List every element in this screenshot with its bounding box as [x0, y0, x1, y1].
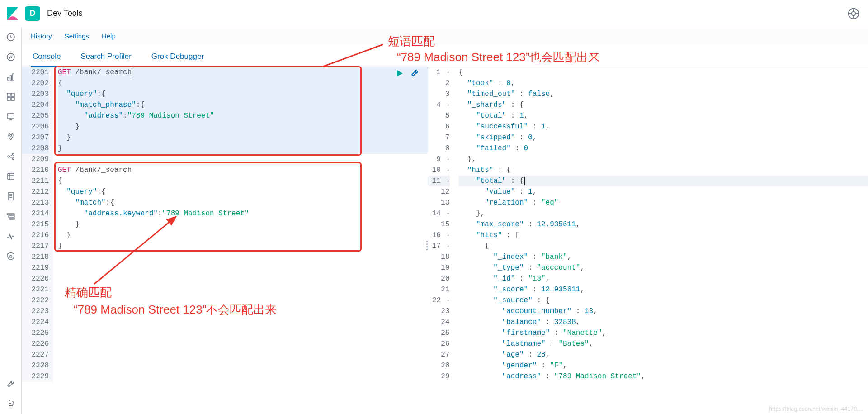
svg-rect-14 [11, 97, 14, 100]
code-line[interactable] [58, 284, 428, 295]
code-line[interactable]: "lastname" : "Bates", [459, 338, 868, 349]
code-line[interactable]: "address" : "789 Madison Street", [459, 371, 868, 382]
code-line[interactable] [58, 295, 428, 306]
code-line[interactable]: "_source" : { [459, 295, 868, 306]
collapse-icon[interactable] [5, 398, 16, 409]
code-line[interactable]: } [58, 219, 428, 230]
code-line[interactable]: "match":{ [58, 197, 428, 208]
code-line[interactable]: "account_number" : 13, [459, 306, 868, 317]
kibana-logo-icon[interactable] [5, 6, 20, 21]
code-line[interactable]: "_shards" : { [459, 100, 868, 110]
svg-rect-20 [8, 173, 14, 180]
devtools-icon[interactable] [5, 379, 16, 390]
svg-rect-21 [8, 193, 14, 200]
topbar: D Dev Tools [0, 0, 868, 27]
code-line[interactable]: "match_phrase":{ [58, 100, 428, 110]
link-help[interactable]: Help [102, 32, 116, 40]
send-request-icon[interactable] [395, 69, 404, 78]
code-line[interactable]: { [58, 78, 428, 89]
tab-console[interactable]: Console [31, 52, 62, 67]
svg-rect-12 [11, 93, 14, 96]
code-line[interactable]: }, [459, 154, 868, 165]
help-lifebuoy-icon[interactable] [847, 7, 860, 20]
code-line[interactable]: "took" : 0, [459, 78, 868, 89]
page-title: Dev Tools [47, 9, 83, 18]
code-line[interactable] [58, 154, 428, 165]
code-line[interactable]: "skipped" : 0, [459, 132, 868, 143]
svg-rect-9 [10, 76, 11, 80]
code-line[interactable] [58, 273, 428, 284]
code-line[interactable]: "failed" : 0 [459, 143, 868, 154]
app-icon[interactable]: D [25, 6, 40, 21]
code-line[interactable] [58, 338, 428, 349]
code-line[interactable]: "timed_out" : false, [459, 89, 868, 100]
code-line[interactable]: { [459, 67, 868, 78]
code-line[interactable]: "address":"789 Madison Street" [58, 110, 428, 121]
code-line[interactable]: "query":{ [58, 89, 428, 100]
code-line[interactable]: } [58, 241, 428, 252]
recent-icon[interactable] [5, 32, 16, 43]
code-line[interactable] [58, 252, 428, 262]
link-history[interactable]: History [31, 32, 52, 40]
visualize-icon[interactable] [5, 71, 16, 82]
svg-rect-11 [7, 93, 10, 96]
infrastructure-icon[interactable] [5, 171, 16, 182]
dashboard-icon[interactable] [5, 91, 16, 102]
code-line[interactable]: "total" : { [459, 176, 868, 186]
svg-rect-10 [13, 74, 14, 80]
code-line[interactable]: } [58, 132, 428, 143]
code-line[interactable]: "_type" : "acccount", [459, 262, 868, 273]
discover-icon[interactable] [5, 52, 16, 62]
code-line[interactable] [58, 349, 428, 360]
code-line[interactable]: "successful" : 1, [459, 121, 868, 132]
code-line[interactable]: "value" : 1, [459, 186, 868, 197]
code-line[interactable]: "_id" : "13", [459, 273, 868, 284]
uptime-icon[interactable] [5, 231, 16, 242]
code-line[interactable]: } [58, 230, 428, 241]
svg-rect-25 [10, 256, 12, 257]
code-line[interactable]: }, [459, 208, 868, 219]
code-line[interactable]: "gender" : "F", [459, 360, 868, 371]
code-line[interactable]: } [58, 143, 428, 154]
code-line[interactable] [58, 360, 428, 371]
code-line[interactable]: "age" : 28, [459, 349, 868, 360]
code-line[interactable]: "max_score" : 12.935611, [459, 219, 868, 230]
ml-icon[interactable] [5, 151, 16, 162]
code-line[interactable]: "address.keyword":"789 Madison Street" [58, 208, 428, 219]
code-line[interactable]: "_score" : 12.935611, [459, 284, 868, 295]
svg-point-18 [12, 153, 14, 155]
response-viewer[interactable]: 1 ▾234 ▾56789 ▾10 ▾11 ▾121314 ▾1516 ▾17 … [428, 67, 868, 414]
svg-rect-15 [8, 114, 14, 119]
code-line[interactable] [58, 306, 428, 317]
logs-icon[interactable] [5, 191, 16, 202]
request-options-icon[interactable] [410, 69, 420, 78]
code-line[interactable] [58, 317, 428, 328]
code-line[interactable]: "balance" : 32838, [459, 317, 868, 328]
code-line[interactable] [58, 262, 428, 273]
code-line[interactable]: "hits" : [ [459, 230, 868, 241]
code-line[interactable] [58, 371, 428, 382]
code-line[interactable]: GET /bank/_search [58, 67, 428, 78]
canvas-icon[interactable] [5, 111, 16, 122]
code-line[interactable] [58, 328, 428, 338]
code-line[interactable]: "query":{ [58, 186, 428, 197]
svg-point-7 [7, 53, 14, 61]
code-line[interactable]: "total" : 1, [459, 110, 868, 121]
tab-grok-debugger[interactable]: Grok Debugger [150, 52, 206, 67]
code-line[interactable]: } [58, 121, 428, 132]
request-editor[interactable]: 2201220222032204220522062207220822092210… [22, 67, 428, 414]
code-line[interactable]: "firstname" : "Nanette", [459, 328, 868, 338]
code-line[interactable]: "relation" : "eq" [459, 197, 868, 208]
link-settings[interactable]: Settings [65, 32, 89, 40]
apm-icon[interactable] [5, 211, 16, 222]
tab-search-profiler[interactable]: Search Profiler [79, 52, 133, 67]
siem-icon[interactable] [5, 251, 16, 262]
code-line[interactable]: "hits" : { [459, 165, 868, 176]
maps-icon[interactable] [5, 131, 16, 142]
code-line[interactable]: { [459, 241, 868, 252]
code-line[interactable]: { [58, 176, 428, 186]
svg-rect-23 [9, 216, 14, 217]
tabs: Console Search Profiler Grok Debugger [22, 45, 868, 67]
code-line[interactable]: GET /bank/_search [58, 165, 428, 176]
code-line[interactable]: "_index" : "bank", [459, 252, 868, 262]
